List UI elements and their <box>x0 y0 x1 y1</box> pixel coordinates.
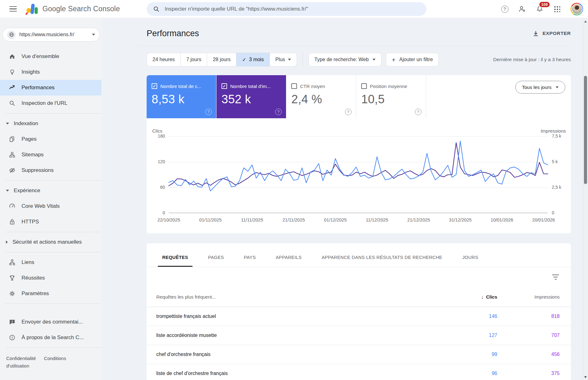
scroll-up-icon[interactable] <box>584 21 587 22</box>
top-app-bar: Google Search Console ? 109 <box>0 0 588 18</box>
sidebar-item-feedback[interactable]: Envoyer des commentai... <box>0 314 101 330</box>
notifications-button[interactable]: 109 <box>536 5 544 13</box>
sidebar-item-achievements[interactable]: Réussites <box>0 270 101 286</box>
dimensions-table-panel: REQUÊTES PAGES PAYS APPAREILS APPARENCE … <box>147 243 571 380</box>
date-range-7d[interactable]: 7 jours <box>180 53 207 66</box>
table-row[interactable]: chef d'orchestre français 99 456 <box>147 345 571 364</box>
add-filter-button[interactable]: + Ajouter un filtre <box>386 53 439 66</box>
metric-checkbox[interactable]: ✓ <box>361 83 367 89</box>
metric-card[interactable]: ✓ Nombre total d'im... 352 k ? <box>216 75 286 118</box>
date-range-24h[interactable]: 24 heures <box>147 53 180 66</box>
tab-dates[interactable]: JOURS <box>462 248 478 267</box>
clicks-value[interactable]: 99 <box>450 352 497 357</box>
sidebar-section-security[interactable]: Sécurité et actions manuelles <box>0 234 101 250</box>
home-icon <box>9 53 16 60</box>
scroll-down-icon[interactable] <box>584 376 587 378</box>
clicks-value[interactable]: 127 <box>450 333 497 338</box>
tab-search-appearance[interactable]: APPARENCE DANS LES RÉSULTATS DE RECHERCH… <box>322 248 442 267</box>
table-row[interactable]: liste de chef d'orchestre français 96 37… <box>147 364 571 380</box>
avatar-photo <box>571 4 582 15</box>
url-inspection-searchbar[interactable] <box>147 2 426 16</box>
date-range-group: 24 heures 7 jours 28 jours ✓ 3 mois Plus <box>147 53 297 66</box>
table-row[interactable]: liste accordéoniste musette 127 707 <box>147 326 571 345</box>
sidebar-item-about[interactable]: À propos de la Search C... <box>0 330 101 345</box>
privacy-link[interactable]: Confidentialité <box>6 356 36 361</box>
help-icon[interactable]: ? <box>205 109 212 115</box>
page-title: Performances <box>147 29 199 38</box>
menu-icon[interactable] <box>9 6 17 12</box>
sidebar-section-indexing[interactable]: Indexation <box>0 116 101 131</box>
date-range-3m[interactable]: ✓ 3 mois <box>236 53 270 66</box>
metric-value: 8,53 k <box>152 93 211 106</box>
column-header-clicks[interactable]: ↓Clics <box>450 294 497 300</box>
sidebar-item-https[interactable]: HTTPS <box>0 214 101 230</box>
table-row[interactable]: trompettiste français actuel 146 818 <box>147 307 571 326</box>
sidebar-item-settings[interactable]: Paramètres <box>0 286 101 301</box>
vertical-scrollbar[interactable] <box>583 18 588 380</box>
links-tree-icon <box>9 259 16 266</box>
metric-checkbox[interactable]: ✓ <box>152 83 157 89</box>
sidebar-item-pages[interactable]: Pages <box>0 131 101 147</box>
sidebar-item-core-web-vitals[interactable]: Core Web Vitals <box>0 198 101 214</box>
divider <box>303 53 303 66</box>
account-avatar[interactable] <box>571 3 583 15</box>
help-icon[interactable]: ? <box>415 109 421 115</box>
sidebar-item-url-inspection[interactable]: Inspection de l'URL <box>0 95 101 111</box>
sidebar-section-experience[interactable]: Expérience <box>0 183 101 198</box>
chevron-right-icon <box>6 241 8 244</box>
x-tick-label: 21/12/2025 <box>407 217 430 222</box>
sidebar-item-performance[interactable]: Performances <box>0 80 101 95</box>
tab-queries[interactable]: REQUÊTES <box>162 248 188 267</box>
sort-desc-icon: ↓ <box>481 294 484 300</box>
property-selector[interactable]: https://www.musiciens.fr/ <box>2 28 100 41</box>
gear-icon <box>9 290 16 297</box>
search-input[interactable] <box>165 6 420 12</box>
metric-card[interactable]: ✓ CTR moyen 2,4 % ? <box>286 75 356 118</box>
divider <box>6 348 101 348</box>
dimension-tabs: REQUÊTES PAGES PAYS APPAREILS APPARENCE … <box>147 248 571 267</box>
metric-checkbox[interactable]: ✓ <box>291 83 297 89</box>
caret-down-icon <box>372 59 376 61</box>
metric-value: 352 k <box>221 93 281 106</box>
notification-count-badge: 109 <box>539 1 550 8</box>
app-logo[interactable]: Google Search Console <box>26 3 120 15</box>
x-axis-labels: 22/10/202501/11/202511/11/202521/11/2025… <box>169 217 548 224</box>
table-filter-icon[interactable] <box>552 275 559 280</box>
help-button[interactable]: ? <box>501 5 509 13</box>
clicks-value[interactable]: 96 <box>450 371 497 376</box>
column-header-impressions[interactable]: Impressions <box>497 294 560 300</box>
sidebar-item-links[interactable]: Liens <box>0 255 101 270</box>
sidebar-item-sitemaps[interactable]: Sitemaps <box>0 147 101 163</box>
sidebar-item-insights[interactable]: Insights <box>0 64 101 80</box>
impressions-value[interactable]: 456 <box>497 352 560 357</box>
export-button[interactable]: EXPORTER <box>533 31 571 37</box>
speedometer-icon <box>9 203 16 210</box>
column-header-query[interactable]: Requêtes les plus fréquent... <box>156 294 450 300</box>
google-apps-button[interactable] <box>553 5 561 13</box>
tab-countries[interactable]: PAYS <box>244 248 256 267</box>
date-range-more[interactable]: Plus <box>270 53 297 66</box>
download-icon <box>533 31 539 37</box>
x-tick-label: 31/12/2025 <box>449 217 472 222</box>
tab-devices[interactable]: APPAREILS <box>276 248 302 267</box>
clicks-value[interactable]: 146 <box>450 314 497 319</box>
scrollbar-thumb[interactable] <box>584 76 587 184</box>
date-range-28d[interactable]: 28 jours <box>207 53 236 66</box>
search-type-filter[interactable]: Type de recherche: Web <box>309 53 381 66</box>
tab-pages[interactable]: PAGES <box>208 248 224 267</box>
sidebar-item-overview[interactable]: Vue d'ensemble <box>0 49 101 64</box>
performance-chart-panel: ✓ Nombre total de c... 8,53 k ? ✓ Nombre… <box>147 75 571 233</box>
metric-card[interactable]: ✓ Position moyenne 10,5 ? <box>356 75 426 118</box>
metric-checkbox[interactable]: ✓ <box>221 83 227 89</box>
help-icon[interactable]: ? <box>275 109 282 115</box>
metric-card[interactable]: ✓ Nombre total de c... 8,53 k ? <box>147 75 216 118</box>
x-tick-label: 01/12/2025 <box>324 217 347 222</box>
granularity-dropdown[interactable]: Tous les jours <box>515 81 565 94</box>
help-icon[interactable]: ? <box>345 109 352 115</box>
sidebar-item-removals[interactable]: Suppressions <box>0 163 101 178</box>
impressions-value[interactable]: 375 <box>497 371 560 376</box>
impressions-value[interactable]: 707 <box>497 333 560 338</box>
main-content: Performances EXPORTER 24 heures 7 jours … <box>101 18 583 380</box>
impressions-value[interactable]: 818 <box>497 314 560 319</box>
user-settings-icon[interactable] <box>518 5 526 13</box>
